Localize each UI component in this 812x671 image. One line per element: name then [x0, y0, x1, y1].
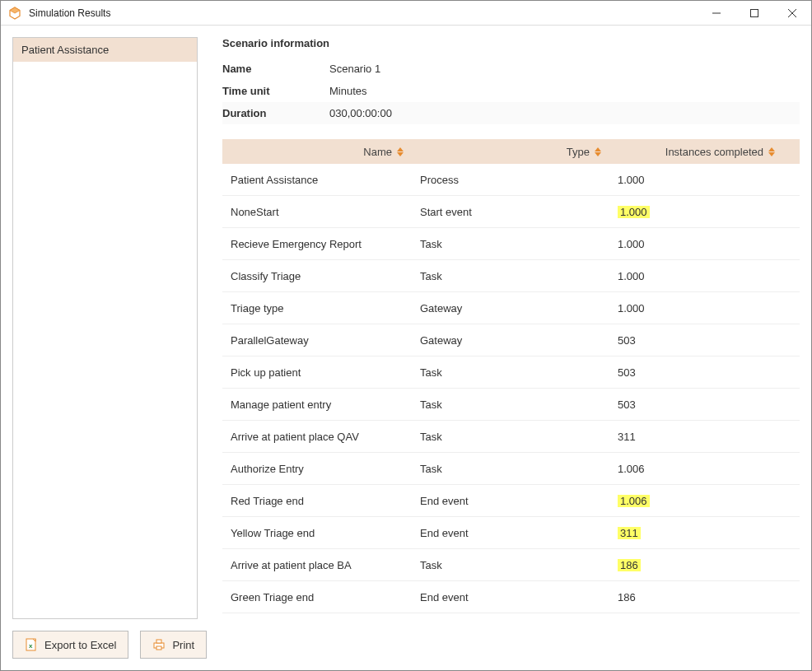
cell-type: Task	[412, 398, 609, 411]
info-row-name: Name Scenario 1	[222, 58, 800, 80]
cell-instances: 1.006	[609, 495, 800, 507]
cell-name: ParallelGateway	[222, 334, 412, 347]
info-label: Time unit	[222, 85, 329, 97]
export-to-excel-button[interactable]: x Export to Excel	[12, 631, 128, 659]
highlight: 1.000	[618, 206, 650, 218]
svg-rect-3	[751, 9, 758, 16]
column-header-type[interactable]: Type	[412, 146, 609, 158]
column-label: Name	[363, 146, 392, 158]
close-button[interactable]	[773, 1, 811, 25]
cell-instances: 1.000	[609, 206, 800, 218]
sort-icon	[397, 147, 404, 156]
cell-type: Task	[412, 463, 609, 475]
table-row[interactable]: NoneStartStart event1.000	[222, 196, 800, 228]
cell-instances: 186	[609, 591, 800, 603]
cell-type: End event	[412, 527, 609, 539]
column-header-instances[interactable]: Instances completed	[609, 146, 800, 158]
cell-type: Task	[412, 559, 609, 571]
table-row[interactable]: Yellow Triage endEnd event311	[222, 517, 800, 549]
cell-instances: 311	[609, 431, 800, 443]
table-row[interactable]: Patient AssistanceProcess1.000	[222, 164, 800, 196]
cell-name: NoneStart	[222, 206, 412, 218]
table-row[interactable]: Red Triage endEnd event1.006	[222, 485, 800, 517]
button-label: Print	[172, 639, 194, 651]
titlebar: Simulation Results	[1, 1, 811, 26]
cell-type: Task	[412, 366, 609, 379]
scenario-heading: Scenario information	[222, 37, 800, 49]
table-body: Patient AssistanceProcess1.000NoneStartS…	[222, 164, 800, 613]
table-header: Name Type	[222, 139, 800, 164]
info-label: Name	[222, 63, 329, 75]
cell-type: End event	[412, 591, 609, 603]
scenario-info: Scenario information Name Scenario 1 Tim…	[222, 37, 800, 124]
cell-name: Pick up patient	[222, 366, 412, 379]
svg-marker-9	[595, 152, 601, 156]
print-button[interactable]: Print	[140, 631, 207, 659]
highlight: 186	[618, 559, 641, 571]
sort-icon	[595, 147, 601, 156]
cell-name: Arrive at patient place BA	[222, 559, 412, 571]
cell-name: Arrive at patient place QAV	[222, 431, 412, 443]
table-row[interactable]: Arrive at patient place BATask186	[222, 549, 800, 581]
table-row[interactable]: ParallelGatewayGateway503	[222, 324, 800, 356]
table-row[interactable]: Recieve Emergency ReportTask1.000	[222, 228, 800, 260]
window: Simulation Results Patient Assistance	[0, 0, 812, 671]
cell-instances: 1.000	[609, 270, 800, 282]
table-row[interactable]: Arrive at patient place QAVTask311	[222, 421, 800, 453]
client-area: Patient Assistance Scenario information …	[1, 26, 811, 670]
sort-icon	[768, 147, 775, 156]
table-row[interactable]: Green Triage endEnd event186	[222, 581, 800, 613]
info-value: Scenario 1	[329, 63, 800, 75]
column-header-name[interactable]: Name	[222, 146, 412, 158]
info-value: Minutes	[329, 85, 800, 97]
cell-name: Manage patient entry	[222, 398, 412, 411]
cell-name: Classify Triage	[222, 270, 412, 282]
column-label: Instances completed	[665, 146, 763, 158]
results-table: Name Type	[222, 139, 800, 613]
cell-type: Task	[412, 431, 609, 443]
cell-name: Recieve Emergency Report	[222, 238, 412, 250]
cell-instances: 1.000	[609, 302, 800, 315]
info-row-timeunit: Time unit Minutes	[222, 80, 800, 102]
cell-name: Red Triage end	[222, 495, 412, 507]
cell-type: Task	[412, 238, 609, 250]
cell-type: Gateway	[412, 334, 609, 347]
table-row[interactable]: Pick up patientTask503	[222, 356, 800, 389]
table-row[interactable]: Triage typeGateway1.000	[222, 292, 800, 324]
svg-marker-8	[595, 147, 601, 151]
svg-marker-6	[397, 147, 404, 151]
cell-instances: 1.000	[609, 238, 800, 250]
cell-type: Process	[412, 174, 609, 186]
cell-name: Green Triage end	[222, 591, 412, 603]
printer-icon	[152, 638, 166, 651]
cell-instances: 311	[609, 527, 800, 539]
main-panel: Scenario information Name Scenario 1 Tim…	[222, 37, 800, 619]
info-value: 030,00:00:00	[329, 107, 800, 119]
table-row[interactable]: Authorize EntryTask1.006	[222, 453, 800, 485]
svg-rect-15	[156, 640, 161, 643]
maximize-button[interactable]	[735, 1, 773, 25]
column-label: Type	[567, 146, 590, 158]
body-row: Patient Assistance Scenario information …	[12, 37, 800, 619]
svg-marker-10	[768, 147, 775, 151]
window-controls	[698, 1, 811, 25]
table-row[interactable]: Manage patient entryTask503	[222, 389, 800, 421]
cell-type: Start event	[412, 206, 609, 218]
cell-name: Triage type	[222, 302, 412, 315]
info-label: Duration	[222, 107, 329, 119]
cell-type: End event	[412, 495, 609, 507]
table-row[interactable]: Classify TriageTask1.000	[222, 260, 800, 292]
highlight: 311	[618, 527, 641, 539]
minimize-button[interactable]	[698, 1, 735, 25]
cell-instances: 1.000	[609, 174, 800, 186]
sidebar-item-patient-assistance[interactable]: Patient Assistance	[13, 38, 197, 62]
cell-name: Yellow Triage end	[222, 527, 412, 539]
cell-instances: 503	[609, 334, 800, 347]
cell-instances: 186	[609, 559, 800, 571]
button-label: Export to Excel	[44, 639, 116, 651]
cell-instances: 503	[609, 366, 800, 379]
cell-type: Gateway	[412, 302, 609, 315]
svg-text:x: x	[29, 642, 33, 650]
info-row-duration: Duration 030,00:00:00	[222, 102, 800, 124]
svg-marker-11	[768, 152, 775, 156]
